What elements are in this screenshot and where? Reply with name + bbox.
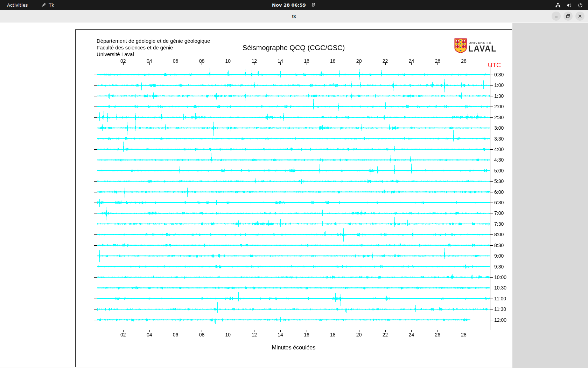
row-label: 10:30 [494,285,506,291]
x-tick-label-top: 28 [457,58,471,64]
tk-frame-background [512,23,588,368]
x-tick-label-top: 02 [116,58,130,64]
row-label: 12:00 [494,317,506,323]
window-titlebar[interactable]: tk [0,10,588,22]
clock-menu[interactable]: Nov 28 06:59 [272,2,316,8]
row-label: 10:00 [494,274,506,280]
row-label: 4:30 [494,157,504,163]
row-label: 5:30 [494,178,504,184]
window-title: tk [0,10,588,22]
row-label: 7:00 [494,210,504,216]
system-status-area[interactable] [555,0,583,10]
x-axis-title: Minutes écoulées [76,345,512,351]
x-tick-label-bottom: 12 [247,332,261,338]
row-label: 2:00 [494,104,504,109]
row-label: 4:00 [494,146,504,152]
row-label: 0:30 [494,72,504,77]
app-menu[interactable]: Tk [41,2,54,8]
volume-icon [566,2,572,8]
tk-window-content: Département de géologie et de génie géol… [0,23,588,368]
maximize-button[interactable] [564,12,573,21]
clock-label: Nov 28 06:59 [272,2,306,8]
row-label: 9:30 [494,264,504,270]
seismograph-panel: Département de géologie et de génie géol… [75,29,512,367]
logo-bottom-text: LAVAL [468,44,497,53]
row-label: 11:30 [494,306,506,312]
row-label: 1:00 [494,82,504,88]
x-tick-label-top: 10 [221,58,235,64]
seismogram-canvas [76,30,512,367]
x-tick-label-bottom: 22 [378,332,392,338]
close-button[interactable] [575,12,584,21]
tk-feather-icon [41,3,46,8]
x-tick-label-bottom: 02 [116,332,130,338]
x-tick-label-bottom: 26 [430,332,444,338]
row-label: 3:30 [494,136,504,142]
laval-logo: UNIVERSITÉ LAVAL [454,38,514,56]
row-label: 7:30 [494,221,504,227]
x-tick-label-top: 16 [300,58,314,64]
row-label: 5:00 [494,168,504,173]
x-tick-label-bottom: 28 [457,332,471,338]
x-tick-label-bottom: 08 [195,332,209,338]
x-tick-label-top: 06 [169,58,183,64]
x-tick-label-top: 20 [352,58,366,64]
x-tick-label-top: 26 [430,58,444,64]
row-label: 8:30 [494,243,504,248]
header-line-1: Département de géologie et de génie géol… [97,38,210,44]
row-label: 11:00 [494,296,506,301]
row-label: 3:00 [494,125,504,131]
activities-button[interactable]: Activities [7,2,28,8]
x-tick-label-top: 04 [142,58,156,64]
x-tick-label-top: 22 [378,58,392,64]
x-tick-label-bottom: 14 [273,332,287,338]
notifications-muted-icon [311,2,316,8]
row-label: 9:00 [494,253,504,259]
x-tick-label-bottom: 16 [300,332,314,338]
power-icon [578,2,583,8]
row-label: 6:30 [494,200,504,205]
row-label: 2:30 [494,115,504,120]
x-tick-label-bottom: 18 [326,332,340,338]
row-label: 6:00 [494,189,504,195]
minimize-button[interactable] [552,12,561,21]
x-tick-label-top: 24 [404,58,418,64]
row-label: 1:30 [494,93,504,99]
x-tick-label-top: 08 [195,58,209,64]
page-title: Séismographe QCQ (CGC/GSC) [76,44,512,52]
x-tick-label-bottom: 04 [142,332,156,338]
x-tick-label-bottom: 20 [352,332,366,338]
x-tick-label-top: 18 [326,58,340,64]
row-label: 8:00 [494,232,504,237]
gnome-top-bar: Activities Tk Nov 28 06:59 [0,0,588,10]
utc-axis-label: UTC [488,62,512,69]
app-menu-label: Tk [49,2,54,8]
x-tick-label-top: 14 [273,58,287,64]
network-icon [555,2,561,8]
x-tick-label-bottom: 06 [169,332,183,338]
x-tick-label-top: 12 [247,58,261,64]
x-tick-label-bottom: 10 [221,332,235,338]
x-tick-label-bottom: 24 [404,332,418,338]
